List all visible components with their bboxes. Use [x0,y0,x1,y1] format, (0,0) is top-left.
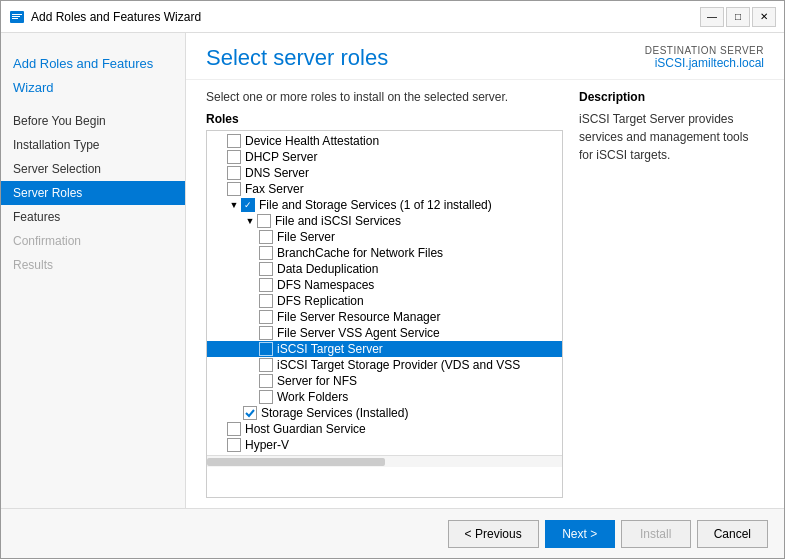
wizard-icon [9,9,25,25]
roles-list-container[interactable]: Device Health Attestation DHCP Server DN… [206,130,563,498]
checkbox-dfs-namespaces[interactable] [259,278,273,292]
list-item: File Server Resource Manager [207,309,562,325]
sidebar-item-confirmation: Confirmation [1,229,185,253]
description-text: iSCSI Target Server provides services an… [579,110,764,164]
svg-rect-1 [12,14,22,15]
list-item: BranchCache for Network Files [207,245,562,261]
content-area: Add Roles and Features Wizard Before You… [1,33,784,508]
horizontal-scrollbar[interactable] [207,455,562,467]
checkbox-iscsi-target[interactable] [259,342,273,356]
list-item: Hyper-V [207,437,562,453]
list-item-iscsi-target[interactable]: iSCSI Target Server [207,341,562,357]
list-item: Data Deduplication [207,261,562,277]
svg-rect-2 [12,16,20,17]
title-bar: Add Roles and Features Wizard — □ ✕ [1,1,784,33]
main-window: Add Roles and Features Wizard — □ ✕ Add … [0,0,785,559]
sidebar-nav: Before You Begin Installation Type Serve… [1,105,185,281]
title-bar-left: Add Roles and Features Wizard [9,9,201,25]
list-item: Server for NFS [207,373,562,389]
destination-label: DESTINATION SERVER [645,45,764,56]
checkbox-file-server-rm[interactable] [259,310,273,324]
roles-section: Select one or more roles to install on t… [206,90,563,498]
install-button[interactable]: Install [621,520,691,548]
list-item: DHCP Server [207,149,562,165]
list-item: DFS Replication [207,293,562,309]
roles-list: Device Health Attestation DHCP Server DN… [207,131,562,455]
window-title: Add Roles and Features Wizard [31,10,201,24]
list-item: Work Folders [207,389,562,405]
page-title: Select server roles [206,45,388,71]
checkbox-dfs-replication[interactable] [259,294,273,308]
window-controls: — □ ✕ [700,7,776,27]
list-item: DFS Namespaces [207,277,562,293]
description-section: Description iSCSI Target Server provides… [579,90,764,498]
list-item: ▼ File and iSCSI Services [207,213,562,229]
sidebar-item-results: Results [1,253,185,277]
minimize-button[interactable]: — [700,7,724,27]
list-item: Host Guardian Service [207,421,562,437]
iscsi-target-label: iSCSI Target Server [277,342,383,356]
list-item: File Server [207,229,562,245]
cancel-button[interactable]: Cancel [697,520,768,548]
expand-file-iscsi-icon[interactable]: ▼ [243,214,257,228]
sidebar: Add Roles and Features Wizard Before You… [1,33,186,508]
main-header: Select server roles DESTINATION SERVER i… [186,33,784,80]
next-button[interactable]: Next > [545,520,615,548]
list-item: iSCSI Target Storage Provider (VDS and V… [207,357,562,373]
svg-rect-3 [12,18,18,19]
sidebar-item-before-you-begin[interactable]: Before You Begin [1,109,185,133]
main-title-text: Select server roles [206,45,388,71]
checkbox-hyper-v[interactable] [227,438,241,452]
instruction-text: Select one or more roles to install on t… [206,90,563,104]
list-item: Storage Services (Installed) [207,405,562,421]
checkbox-file-server[interactable] [259,230,273,244]
checkbox-dns[interactable] [227,166,241,180]
sidebar-item-server-selection[interactable]: Server Selection [1,157,185,181]
list-item: Device Health Attestation [207,133,562,149]
description-label: Description [579,90,764,104]
scroll-track [207,458,562,466]
main-body: Select one or more roles to install on t… [186,80,784,508]
checkbox-server-nfs[interactable] [259,374,273,388]
main-panel: Select server roles DESTINATION SERVER i… [186,33,784,508]
sidebar-item-features[interactable]: Features [1,205,185,229]
expand-file-storage-icon[interactable]: ▼ [227,198,241,212]
checkbox-work-folders[interactable] [259,390,273,404]
checkbox-branchcache[interactable] [259,246,273,260]
roles-label: Roles [206,112,563,126]
list-item: DNS Server [207,165,562,181]
checkbox-file-iscsi[interactable] [257,214,271,228]
checkbox-dhcp[interactable] [227,150,241,164]
maximize-button[interactable]: □ [726,7,750,27]
list-item: Fax Server [207,181,562,197]
close-button[interactable]: ✕ [752,7,776,27]
checkbox-device-health[interactable] [227,134,241,148]
previous-button[interactable]: < Previous [448,520,539,548]
list-item: File Server VSS Agent Service [207,325,562,341]
destination-server-info: DESTINATION SERVER iSCSI.jamiltech.local [645,45,764,70]
list-item: ▼ ✓ File and Storage Services (1 of 12 i… [207,197,562,213]
sidebar-title-text: Add Roles and Features Wizard [13,56,153,95]
destination-name: iSCSI.jamiltech.local [645,56,764,70]
footer: < Previous Next > Install Cancel [1,508,784,558]
checkbox-storage-services[interactable] [243,406,257,420]
sidebar-item-server-roles[interactable]: Server Roles [1,181,185,205]
sidebar-title: Add Roles and Features Wizard [1,33,185,105]
checkbox-data-dedup[interactable] [259,262,273,276]
scroll-thumb[interactable] [207,458,385,466]
checkbox-iscsi-storage[interactable] [259,358,273,372]
sidebar-item-installation-type[interactable]: Installation Type [1,133,185,157]
checkbox-file-server-vss[interactable] [259,326,273,340]
checkbox-host-guardian[interactable] [227,422,241,436]
checkbox-file-storage[interactable]: ✓ [241,198,255,212]
checkbox-fax[interactable] [227,182,241,196]
